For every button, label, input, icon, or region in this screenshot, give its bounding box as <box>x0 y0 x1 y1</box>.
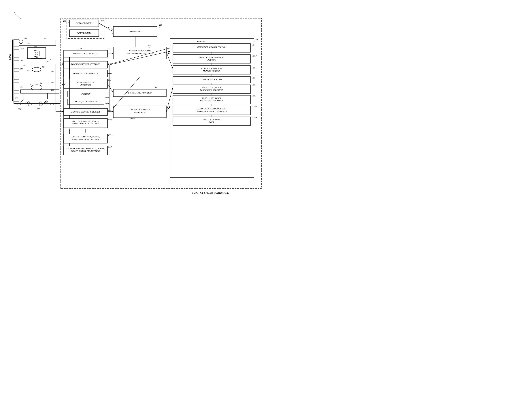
ref-143a: 143a <box>252 84 256 86</box>
ref-133fl: 133fl <box>108 146 112 148</box>
multi-exposure-label2: TOOL <box>209 121 214 123</box>
ref-130: 130 <box>79 47 82 49</box>
ref-140ed: 140ed <box>252 55 256 57</box>
ref-242: 242 <box>29 83 32 85</box>
ref-222: 222 <box>39 104 42 106</box>
ref-136: 136 <box>63 20 66 22</box>
roi-label2: GENERATOR <box>134 111 146 113</box>
motor-symbol <box>19 40 23 44</box>
ref-132b: 132b <box>105 103 109 105</box>
memory-label: MEMORY <box>197 40 206 43</box>
ref-288: 288 <box>19 68 23 70</box>
workpiece-mem-label: WORKPIECE PROGRAM <box>201 67 223 69</box>
lens-control-label: LENS CONTROL INTERFACE <box>73 72 98 74</box>
video-tool-label: VIDEO TOOL PORTION <box>202 78 222 80</box>
ref-294: 294 <box>24 37 27 39</box>
ref-190: 190 <box>154 86 157 89</box>
edge-detect-label: EDGE DETECTION MEMORY <box>199 56 225 58</box>
ref-296: 296 <box>44 37 47 39</box>
ref-138: 138 <box>101 19 104 21</box>
ref-170: 170 <box>148 44 151 46</box>
ref-232b: 232 <box>51 81 54 84</box>
control-system-label: CONTROL SYSTEM PORTION 120 <box>192 191 229 194</box>
z-arm <box>19 40 56 45</box>
ref-133a: 133a <box>108 118 112 121</box>
diagram-container: CONTROL SYSTEM PORTION 120 100 DISPLAY D… <box>0 0 266 199</box>
ref-132a: 132a <box>105 97 109 99</box>
ref-20: 20 <box>32 87 34 89</box>
imaging-control-label: IMAGING CONTROL INTERFACE <box>71 63 100 65</box>
ref-143: 143 <box>252 77 255 79</box>
ref-220: 220 <box>37 108 40 110</box>
lightn-label2: ON/OFF SWITCH, PULSE TIMING <box>71 138 100 140</box>
ref-280: 280 <box>15 97 18 99</box>
excitation-label: EXCITATION LIGHT – SELECTION, POWER, <box>66 147 105 150</box>
ref-230: 230 <box>45 60 48 63</box>
ref-133n: 133n <box>108 134 112 136</box>
lightn-label: LIGHT n – SELECTION, POWER, <box>71 136 100 138</box>
ref-241: 241 <box>40 82 43 84</box>
display-devices-label: DISPLAY DEVICES <box>76 22 92 24</box>
multi-exposure-label: MULTI-EXPOSURE <box>203 118 220 121</box>
tool1-gui-label2: PROCESSING OPERATION <box>200 89 223 91</box>
ref-125: 125 <box>159 24 162 26</box>
fig-ref-100: 100 <box>13 11 16 14</box>
tooln-gui-label: TOOL n – GUI, IMAGE <box>202 97 222 99</box>
roi-label: REGION OF INTEREST <box>130 109 150 111</box>
ref-286: 286 <box>23 64 26 66</box>
ref-142: 142 <box>252 67 255 69</box>
ref-200: 200 <box>18 108 22 110</box>
ref-262: 262 <box>34 45 37 48</box>
ref-281: 281 <box>49 58 52 60</box>
workpiece-prog-label2: GENERATOR AND EXECUTOR <box>127 52 153 54</box>
ref-210: 210 <box>51 89 54 91</box>
ref-143roi: 143roi <box>130 117 135 119</box>
io-interface-label: INPUT/OUTPUT INTERFACE <box>73 52 98 55</box>
ref-284: 284 <box>20 59 23 62</box>
light1-label2: ON/OFF SWITCH, PULSE TIMING <box>71 122 100 125</box>
autofocus-gui-label2: IMAGE PROCESSING OPERATION <box>196 110 227 112</box>
ref-205: 205 <box>26 42 30 44</box>
z-axis-label: Z-AXIS <box>9 54 11 60</box>
ref-231: 231 <box>42 66 45 68</box>
controller-label: CONTROLLER <box>129 30 141 33</box>
workpiece-mem-label2: MEMORY PORTION <box>203 70 221 72</box>
position-label: POSITION <box>81 93 91 95</box>
ref-260: 260 <box>20 48 24 50</box>
ref-143af1: 143af1 <box>252 105 257 107</box>
ref-141: 141 <box>252 44 255 46</box>
ref-255: 255 <box>20 86 24 88</box>
light1-label: LIGHT 1 – SELECTION, POWER, <box>71 120 100 122</box>
power-supply-label: POWER SUPPLY PORTION <box>128 92 152 94</box>
excitation-label2: ON/OFF SWITCH, PULSE TIMING <box>71 150 100 152</box>
image-file-mem-label: IMAGE FILE MEMORY PORTION <box>197 46 226 48</box>
ref-143mx: 143mx <box>252 116 257 118</box>
input-devices-label: INPUT DEVICES <box>77 32 91 34</box>
tool1-gui-label: TOOL 1 – GUI, IMAGE <box>202 86 222 89</box>
autofocus-gui-label: AUTOFOCUS VIDEO TOOL-GUI, <box>197 108 226 110</box>
ref-232a: 232 <box>51 70 54 72</box>
workpiece-prog-label: WORKPIECE PROGRAM <box>129 50 151 52</box>
ref-212: 212 <box>27 104 30 106</box>
lighting-control-label: LIGHTING CONTROL INTERFACE <box>70 111 100 113</box>
motion-control-label: MOTION CONTROL <box>77 81 94 84</box>
ref-240: 240 <box>36 83 39 85</box>
ref-140: 140 <box>255 39 258 41</box>
ref-143n: 143n <box>252 95 256 97</box>
ref-290: 290 <box>35 56 38 58</box>
speed-accel-label: SPEED, ACCELERATION <box>75 100 97 103</box>
tooln-gui-label2: PROCESSING OPERATION <box>200 99 223 102</box>
edge-detect-label2: PORTION <box>207 59 216 61</box>
ref-131: 131 <box>108 47 111 49</box>
ref-250: 250 <box>27 69 30 71</box>
lens-assembly <box>31 59 42 66</box>
